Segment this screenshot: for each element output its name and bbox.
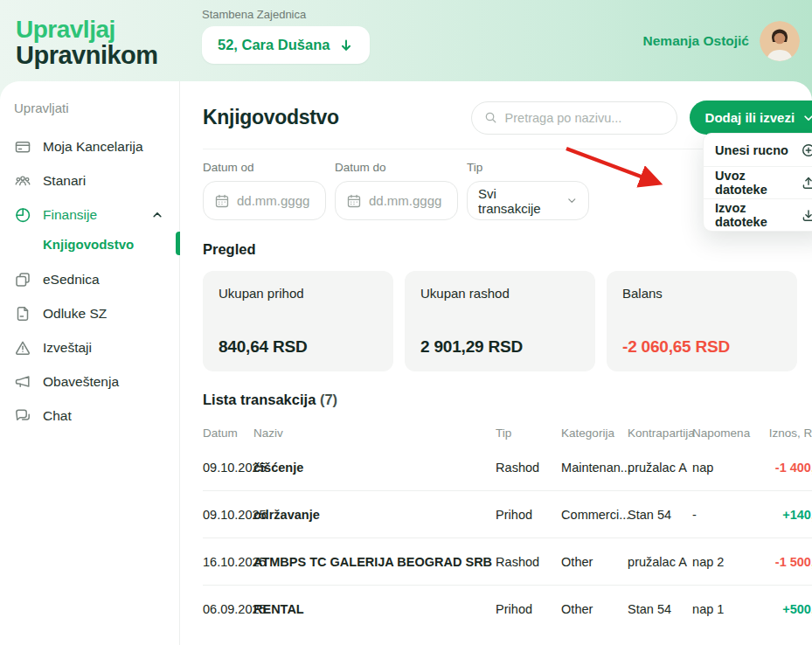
sidebar-item-stanari[interactable]: Stanari xyxy=(14,165,179,197)
add-or-export-button[interactable]: Dodaj ili izvezi xyxy=(690,101,812,135)
cell-napomena: nap 2 xyxy=(692,555,755,569)
cell-naziv: RENTAL xyxy=(253,602,496,616)
chevron-down-icon xyxy=(802,112,812,124)
search-box[interactable] xyxy=(471,101,677,135)
add-or-export-menu: Unesi rucno Uvoz datoteke Izvoz datoteke xyxy=(703,133,812,232)
title-row: Knjigovodstvo Dodaj ili izvezi xyxy=(203,101,812,135)
megaphone-icon xyxy=(14,373,31,391)
type-value: Svi transakcije xyxy=(478,186,559,216)
chat-icon xyxy=(14,407,31,425)
sidebar-item-knjigovodstvo[interactable]: Knjigovodstvo xyxy=(14,233,179,260)
community-value: 52, Cara Dušana xyxy=(218,37,330,53)
table-row[interactable]: 09.10.2025 čišćenje Rashod Maintenan... … xyxy=(203,444,812,491)
plus-circle-icon xyxy=(801,142,812,158)
sidebar-item-label: Stanari xyxy=(43,173,86,189)
cell-tip: Rashod xyxy=(496,555,561,569)
search-input[interactable] xyxy=(505,111,664,125)
avatar-image xyxy=(760,21,800,61)
cell-kategorija: Other xyxy=(561,555,628,569)
user-name: Nemanja Ostojić xyxy=(643,33,749,49)
sidebar-item-odluke-sz[interactable]: Odluke SZ xyxy=(14,298,179,329)
arrow-down-icon xyxy=(338,38,354,53)
col-iznos: Iznos, RSD xyxy=(755,427,812,440)
date-to-input[interactable]: dd.mm.gggg xyxy=(335,181,458,220)
sidebar-item-chat[interactable]: Chat xyxy=(14,400,179,432)
sidebar: Upravljati Moja Kancelarija Stanari Fina… xyxy=(0,81,180,645)
col-naziv: Naziv xyxy=(253,427,496,440)
table-row[interactable]: 16.10.2025 ATMBPS TC GALERIJA BEOGRAD SR… xyxy=(203,538,812,586)
date-to-label: Datum do xyxy=(335,161,458,174)
menu-item-label: Izvoz datoteke xyxy=(715,201,801,229)
menu-item-uvoz-datoteke[interactable]: Uvoz datoteke xyxy=(704,166,812,198)
community-selector[interactable]: 52, Cara Dušana xyxy=(202,26,370,64)
menu-item-label: Unesi rucno xyxy=(715,143,788,157)
table-row[interactable]: 06.09.2025 RENTAL Prihod Other Stan 54 n… xyxy=(203,586,812,633)
overview-cards: Ukupan prihod 840,64 RSD Ukupan rashod 2… xyxy=(203,271,812,371)
date-placeholder: dd.mm.gggg xyxy=(369,193,441,208)
cell-kontrapartija: pružalac A xyxy=(628,461,692,475)
cell-kontrapartija: pružalac A xyxy=(628,555,692,569)
search-icon xyxy=(484,110,497,125)
cell-napomena: nap 1 xyxy=(692,602,755,616)
cell-tip: Prihod xyxy=(496,602,561,616)
sidebar-item-izvestaji[interactable]: Izveštaji xyxy=(14,332,179,364)
credit-card-icon xyxy=(14,138,31,156)
transactions-count: (7) xyxy=(320,392,337,407)
table-row[interactable]: 09.10.2025 održavanje Prihod Commerci...… xyxy=(203,491,812,538)
col-datum: Datum xyxy=(203,427,253,440)
cell-kontrapartija: Stan 54 xyxy=(628,602,692,616)
avatar[interactable] xyxy=(760,21,800,61)
upload-icon xyxy=(801,175,812,191)
cell-kategorija: Other xyxy=(561,602,628,616)
menu-item-unesi-rucno[interactable]: Unesi rucno xyxy=(704,134,812,166)
cell-iznos: +140,00 xyxy=(755,508,812,522)
card-value: 840,64 RSD xyxy=(219,337,378,357)
menu-item-izvoz-datoteke[interactable]: Izvoz datoteke xyxy=(704,198,812,231)
filter-type: Tip Svi transakcije xyxy=(467,161,589,220)
table-header: Datum Naziv Tip Kategorija Kontrapartija… xyxy=(203,421,812,444)
cell-datum: 16.10.2025 xyxy=(203,555,253,569)
cell-kategorija: Commerci... xyxy=(561,508,628,522)
sidebar-item-label: Moja Kancelarija xyxy=(43,139,143,155)
date-placeholder: dd.mm.gggg xyxy=(237,193,309,208)
sidebar-section-label: Upravljati xyxy=(14,101,179,115)
document-icon xyxy=(14,305,31,322)
sidebar-item-finansije[interactable]: Finansije xyxy=(14,199,179,231)
download-icon xyxy=(801,207,812,223)
filter-date-to: Datum do dd.mm.gggg xyxy=(335,161,458,220)
cell-naziv: ATMBPS TC GALERIJA BEOGRAD SRB xyxy=(253,555,496,569)
col-kategorija: Kategorija xyxy=(561,427,628,440)
cell-kategorija: Maintenan... xyxy=(561,461,628,475)
cell-datum: 06.09.2025 xyxy=(203,602,253,616)
sidebar-item-moja-kancelarija[interactable]: Moja Kancelarija xyxy=(14,131,179,163)
type-select[interactable]: Svi transakcije xyxy=(467,181,589,220)
cell-tip: Prihod xyxy=(496,508,561,522)
sidebar-item-label: Knjigovodstvo xyxy=(43,237,134,252)
sidebar-item-obavestenja[interactable]: Obaveštenja xyxy=(14,366,179,398)
community-selector-block: Stambena Zajednica 52, Cara Dušana xyxy=(202,8,370,64)
calendar-icon xyxy=(214,193,230,209)
transactions-title-text: Lista transakcija xyxy=(203,392,316,407)
cell-kontrapartija: Stan 54 xyxy=(628,508,692,522)
overview-title: Pregled xyxy=(203,241,812,258)
sidebar-item-label: Odluke SZ xyxy=(43,306,107,322)
cell-iznos: +500,50 xyxy=(755,602,812,616)
col-tip: Tip xyxy=(496,427,561,440)
cell-tip: Rashod xyxy=(496,461,561,475)
main-area: Knjigovodstvo Dodaj ili izvezi Unesi r xyxy=(180,81,812,645)
date-from-input[interactable]: dd.mm.gggg xyxy=(203,181,326,220)
card-value: 2 901,29 RSD xyxy=(420,337,580,357)
logo-line1: Upravljaj xyxy=(16,17,187,42)
cell-datum: 09.10.2025 xyxy=(203,508,253,522)
cell-napomena: - xyxy=(692,508,755,522)
user-menu[interactable]: Nemanja Ostojić xyxy=(643,21,800,61)
card-label: Ukupan prihod xyxy=(219,286,378,301)
sidebar-item-label: Chat xyxy=(43,408,72,424)
chevron-up-icon[interactable] xyxy=(151,209,163,221)
type-label: Tip xyxy=(467,161,589,174)
cell-napomena: nap xyxy=(692,461,755,475)
card-label: Ukupan rashod xyxy=(420,286,580,301)
cell-iznos: -1 400,98 xyxy=(755,461,812,475)
sidebar-item-esednica[interactable]: eSednica xyxy=(14,264,179,295)
app-logo[interactable]: Upravljaj Upravnikom xyxy=(0,14,187,68)
